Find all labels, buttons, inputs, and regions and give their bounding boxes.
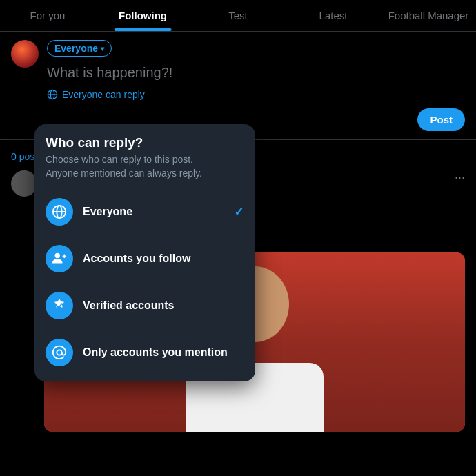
reply-info: Everyone can reply — [47, 89, 465, 100]
mention-only-label: Only accounts you mention — [83, 346, 228, 359]
who-can-reply-dropdown: Who can reply? Choose who can reply to t… — [34, 124, 255, 381]
compose-right: Everyone ▾ What is happening?! Everyone … — [47, 40, 465, 131]
accounts-follow-label: Accounts you follow — [83, 252, 190, 265]
chevron-down-icon: ▾ — [101, 45, 104, 52]
dropdown-title: Who can reply? — [46, 135, 244, 150]
everyone-badge[interactable]: Everyone ▾ — [47, 40, 112, 57]
verified-icon — [52, 298, 67, 313]
tab-latest[interactable]: Latest — [286, 0, 381, 31]
svg-point-9 — [57, 350, 61, 355]
tab-following[interactable]: Following — [95, 0, 190, 31]
verified-label: Verified accounts — [83, 299, 175, 312]
globe-icon — [47, 89, 58, 100]
post-button[interactable]: Post — [417, 108, 465, 131]
at-icon — [52, 345, 67, 360]
svg-point-6 — [55, 253, 60, 258]
everyone-icon-circle — [46, 198, 73, 226]
dropdown-subtitle: Choose who can reply to this post.Anyone… — [46, 153, 244, 180]
top-navigation: For you Following Test Latest Football M… — [0, 0, 476, 32]
everyone-badge-label: Everyone — [54, 43, 98, 54]
dropdown-item-mention-only[interactable]: Only accounts you mention — [34, 329, 255, 376]
dropdown-item-accounts-follow[interactable]: Accounts you follow — [34, 235, 255, 282]
verified-icon-circle — [46, 292, 73, 319]
user-avatar — [11, 40, 39, 68]
tab-football-manager[interactable]: Football Manager — [381, 0, 476, 31]
person-follow-icon — [52, 251, 67, 266]
everyone-label: Everyone — [83, 206, 132, 218]
tab-for-you[interactable]: For you — [0, 0, 95, 31]
more-options-icon[interactable]: ··· — [455, 170, 465, 185]
globe-icon — [52, 204, 67, 219]
compose-placeholder[interactable]: What is happening?! — [47, 62, 465, 83]
at-icon-circle — [46, 339, 73, 366]
follow-icon-circle — [46, 245, 73, 272]
dropdown-item-verified[interactable]: Verified accounts — [34, 282, 255, 329]
selected-checkmark: ✓ — [234, 204, 244, 219]
dropdown-header: Who can reply? Choose who can reply to t… — [34, 135, 255, 188]
tweet-avatar — [11, 170, 37, 197]
tab-test[interactable]: Test — [190, 0, 286, 31]
reply-info-label: Everyone can reply — [62, 89, 145, 100]
dropdown-item-everyone[interactable]: Everyone ✓ — [34, 188, 255, 235]
